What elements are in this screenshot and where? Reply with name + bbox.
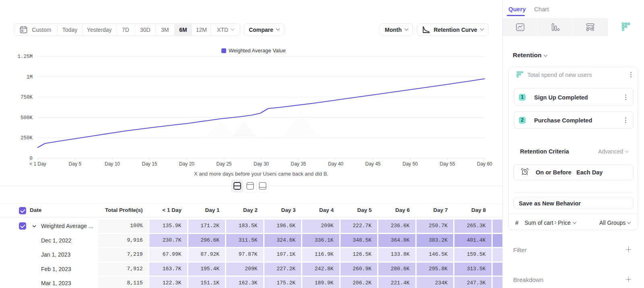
svg-text:Day 55: Day 55 [440,161,455,167]
svg-text:< 1 Day: < 1 Day [29,161,46,167]
svg-text:Day 30: Day 30 [254,161,269,167]
svg-text:Day 10: Day 10 [105,161,120,167]
svg-text:Day 15: Day 15 [142,161,157,167]
svg-text:Day 5: Day 5 [69,161,82,167]
svg-text:Day 45: Day 45 [365,161,380,167]
svg-text:Day 25: Day 25 [216,161,231,167]
svg-text:750K: 750K [21,95,33,100]
svg-text:Day 40: Day 40 [328,161,343,167]
svg-text:Day 60: Day 60 [477,161,492,167]
svg-text:Day 20: Day 20 [179,161,194,167]
svg-text:250K: 250K [21,135,33,141]
svg-text:1.25M: 1.25M [17,54,33,60]
svg-text:500K: 500K [21,115,33,121]
svg-text:Day 50: Day 50 [402,161,418,167]
svg-text:1M: 1M [27,75,33,80]
svg-text:Day 35: Day 35 [291,161,306,167]
